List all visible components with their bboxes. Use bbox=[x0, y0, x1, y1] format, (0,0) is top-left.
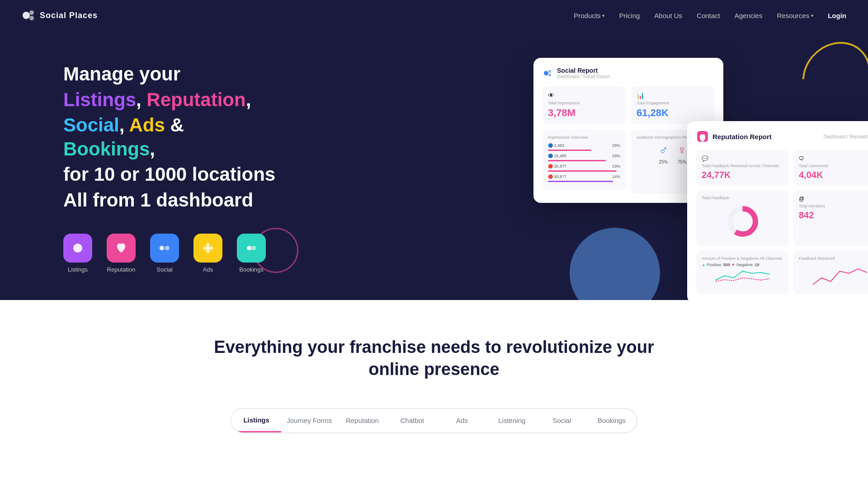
reputation-report-title: Reputation Report bbox=[712, 133, 772, 141]
tab-listings[interactable]: Listings bbox=[231, 409, 281, 432]
section-heading: Everything your franchise needs to revol… bbox=[0, 336, 868, 381]
hero-bookings: Bookings bbox=[63, 138, 150, 160]
svg-point-5 bbox=[165, 246, 170, 250]
rep-metric-comments: 🗨 Total Comments 4,04K bbox=[793, 150, 868, 186]
nav-contact[interactable]: Contact bbox=[697, 12, 720, 19]
icon-listings[interactable]: Listings bbox=[63, 234, 92, 273]
feedback-icon: 💬 bbox=[702, 155, 783, 162]
comments-icon: 🗨 bbox=[799, 155, 868, 162]
female-icon: ♀ bbox=[677, 143, 687, 158]
icon-label-listings: Listings bbox=[68, 266, 88, 273]
chevron-down-icon: ▾ bbox=[811, 13, 813, 18]
svg-point-1 bbox=[29, 10, 34, 15]
rep-metric-feedback-chart: Feedback Received bbox=[793, 251, 868, 294]
icon-label-bookings: Bookings bbox=[239, 266, 263, 273]
nav-login[interactable]: Login bbox=[828, 12, 846, 19]
icon-label-social: Social bbox=[156, 266, 172, 273]
nav-agencies[interactable]: Agencies bbox=[735, 12, 763, 19]
nav-pricing[interactable]: Pricing bbox=[619, 12, 640, 19]
impressions-overview: Impressions Overview 🔵 2,48329% 🔵 15,485… bbox=[542, 130, 626, 190]
hero-section: Social Places Products ▾ Pricing About U… bbox=[0, 0, 868, 300]
icon-reputation[interactable]: Reputation bbox=[107, 234, 136, 273]
hero-headline: Manage your Listings, Reputation, Social… bbox=[63, 62, 280, 212]
feedback-value: 24,77K bbox=[702, 170, 783, 180]
bottom-section: Everything your franchise needs to revol… bbox=[0, 300, 868, 451]
logo[interactable]: Social Places bbox=[22, 8, 98, 23]
male-icon: ♂ bbox=[659, 143, 668, 158]
tab-journey-forms[interactable]: Journey Forms bbox=[281, 409, 337, 432]
rep-metric-donut: Total Feedback bbox=[696, 190, 789, 246]
hero-reputation: Reputation bbox=[146, 89, 245, 110]
svg-point-3 bbox=[73, 244, 82, 253]
tab-listening[interactable]: Listening bbox=[487, 409, 537, 432]
icon-label-reputation: Reputation bbox=[107, 266, 136, 273]
product-tabs: Listings Journey Forms Reputation Chatbo… bbox=[231, 408, 637, 433]
engagement-icon: 📊 bbox=[637, 92, 709, 99]
logo-text: Social Places bbox=[40, 11, 98, 20]
nav-products[interactable]: Products ▾ bbox=[574, 12, 604, 19]
tab-reputation[interactable]: Reputation bbox=[337, 409, 387, 432]
tab-chatbot[interactable]: Chatbot bbox=[387, 409, 437, 432]
hero-social: Social bbox=[63, 114, 119, 136]
social-report-title: Social Report bbox=[557, 67, 610, 74]
svg-point-8 bbox=[251, 246, 256, 250]
icon-ads[interactable]: Ads bbox=[193, 234, 222, 273]
impressions-value: 3,78M bbox=[548, 107, 620, 119]
reputation-report-subtitle: Dashboard / Reputation Report bbox=[824, 134, 868, 139]
svg-point-2 bbox=[29, 16, 34, 20]
icon-bookings[interactable]: Bookings bbox=[237, 234, 266, 273]
metric-engagement: 📊 Total Engagement 61,28K bbox=[631, 86, 714, 124]
hero-ads: Ads bbox=[129, 114, 165, 136]
rep-metric-feedback: 💬 Total Feedback Received Across Channel… bbox=[696, 150, 789, 186]
rep-metric-positive-negative: Amount of Positive & Negatives All Chann… bbox=[696, 251, 789, 294]
reputation-report-card: Reputation Report Dashboard / Reputation… bbox=[687, 121, 868, 300]
mentions-icon: @ bbox=[799, 196, 868, 202]
chevron-down-icon: ▾ bbox=[602, 13, 604, 18]
svg-point-7 bbox=[247, 246, 251, 250]
hero-line4: for 10 or 1000 locations bbox=[63, 163, 280, 187]
product-icons-row: Listings Reputation bbox=[63, 234, 280, 273]
svg-point-4 bbox=[160, 246, 164, 250]
hero-content: Manage your Listings, Reputation, Social… bbox=[0, 31, 868, 300]
tab-ads[interactable]: Ads bbox=[437, 409, 487, 432]
donut-chart bbox=[702, 202, 783, 241]
metric-impressions: 👁 Total Impressions 3,78M bbox=[542, 86, 626, 124]
female-figure: ♀ 75% bbox=[677, 143, 687, 164]
svg-point-10 bbox=[548, 70, 551, 73]
male-figure: ♂ 25% bbox=[659, 143, 668, 164]
hero-listings: Listings bbox=[63, 89, 136, 110]
navbar: Social Places Products ▾ Pricing About U… bbox=[0, 0, 868, 31]
nav-about[interactable]: About Us bbox=[654, 12, 682, 19]
svg-point-11 bbox=[548, 74, 551, 76]
svg-point-0 bbox=[23, 12, 30, 19]
rep-metric-mentions: @ Total Mentions 842 bbox=[793, 190, 868, 246]
nav-resources[interactable]: Resources ▾ bbox=[777, 12, 813, 19]
nav-links: Products ▾ Pricing About Us Contact Agen… bbox=[574, 12, 846, 19]
icon-social[interactable]: Social bbox=[150, 234, 179, 273]
icon-label-ads: Ads bbox=[203, 266, 213, 273]
tab-bookings[interactable]: Bookings bbox=[587, 409, 637, 432]
engagement-value: 61,28K bbox=[637, 107, 709, 119]
svg-point-9 bbox=[544, 71, 548, 75]
hero-text-block: Manage your Listings, Reputation, Social… bbox=[63, 62, 280, 273]
tab-social[interactable]: Social bbox=[537, 409, 586, 432]
comments-value: 4,04K bbox=[799, 170, 868, 180]
social-report-subtitle: Dashboard / Social Report bbox=[557, 74, 610, 79]
hero-line5: All from 1 dashboard bbox=[63, 188, 280, 212]
dashboard-mockups: Social Report Dashboard / Social Report … bbox=[533, 58, 868, 284]
eye-icon: 👁 bbox=[548, 92, 620, 99]
mentions-value: 842 bbox=[799, 210, 868, 221]
